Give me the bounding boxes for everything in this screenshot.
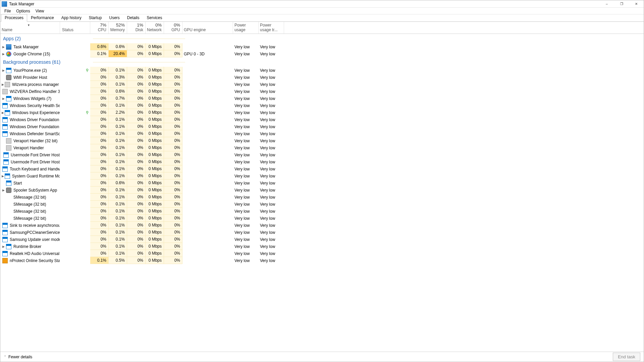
process-name: WMI Provider Host [13,75,47,80]
tab-app-history[interactable]: App history [58,14,85,22]
table-row[interactable]: SMessage (32 bit)0%0.1%0%0 Mbps0%Very lo… [0,208,644,215]
table-row[interactable]: WIZVERA Delfino Handler 3.6.8....0%0.6%0… [0,88,644,95]
group-apps[interactable]: Apps (2) [0,34,644,43]
cell-net: 0 Mbps [146,250,164,257]
table-row[interactable]: nProtect Online Security Starter ...0.1%… [0,257,644,264]
cell-gpu-engine [182,236,233,243]
table-row[interactable]: ▶Wizvera process manager servic...0%0.1%… [0,81,644,88]
close-button[interactable]: ✕ [629,0,644,8]
chevron-down-icon[interactable]: ▾ [28,23,30,27]
expand-icon[interactable]: ▶ [2,45,5,49]
cell-cpu: 0.6% [90,43,109,50]
cell-disk: 0% [127,172,146,179]
tab-processes[interactable]: Processes [1,14,27,22]
table-row[interactable]: Windows Defender SmartScreen0%0.1%0%0 Mb… [0,130,644,137]
expand-icon[interactable]: ▶ [2,83,4,86]
process-icon [6,75,11,80]
table-row[interactable]: ▶Task Manager0.6%0.6%0%0 Mbps0%Very lowV… [0,43,644,50]
table-row[interactable]: Usermode Font Driver Host0%0.1%0%0 Mbps0… [0,158,644,165]
cell-power-usage: Very low [233,222,259,229]
expand-icon[interactable]: ▶ [2,52,5,56]
table-row[interactable]: SMessage (32 bit)0%0.1%0%0 Mbps0%Very lo… [0,194,644,201]
col-header-cpu[interactable]: 7% CPU [90,22,109,34]
table-row[interactable]: Start0%0.6%0%0 Mbps0%Very lowVery low [0,179,644,187]
fewer-details-button[interactable]: ⌃ Fewer details [4,355,32,359]
minimize-button[interactable]: – [599,0,614,8]
table-row[interactable]: Touch Keyboard and Handwriti...0%0.1%0%0… [0,165,644,172]
table-row[interactable]: ▶Windows Widgets (7)0%0.7%0%0 Mbps0%Very… [0,95,644,102]
table-row[interactable]: WMI Provider Host0%0.3%0%0 Mbps0%Very lo… [0,74,644,81]
table-row[interactable]: ▶Spooler SubSystem App0%0.1%0%0 Mbps0%Ve… [0,187,644,194]
cell-cpu: 0.1% [90,257,109,264]
expand-icon[interactable]: ▶ [2,174,4,178]
menu-options[interactable]: Options [13,8,33,14]
tab-performance[interactable]: Performance [27,14,58,22]
cell-status: ⚲ [60,67,90,74]
cell-mem: 0.1% [109,236,127,243]
expand-icon[interactable]: ▶ [2,189,5,192]
table-row[interactable]: Veraport Handler (32 bit)0%0.1%0%0 Mbps0… [0,137,644,144]
tab-users[interactable]: Users [105,14,123,22]
tab-details[interactable]: Details [123,14,143,22]
table-row[interactable]: Windows Driver Foundation - U...0%0.1%0%… [0,123,644,130]
cell-power-usage: Very low [233,102,259,109]
col-header-name[interactable]: Name [0,22,60,34]
cell-power-usage: Very low [233,236,259,243]
table-row[interactable]: ▶System Guard Runtime Monitor...0%0.1%0%… [0,172,644,179]
table-row[interactable]: Samsung Update user mode wo...0%0.1%0%0 … [0,236,644,243]
table-row[interactable]: Usermode Font Driver Host0%0.1%0%0 Mbps0… [0,151,644,158]
network-label: Network [147,28,162,32]
table-row[interactable]: SMessage (32 bit)0%0.1%0%0 Mbps0%Very lo… [0,215,644,222]
table-row[interactable]: Windows Security Health Service0%0.1%0%0… [0,102,644,109]
tabbar: Processes Performance App history Startu… [0,14,644,22]
col-header-disk[interactable]: 1% Disk [127,22,146,34]
gpu-total: 0% [174,22,180,28]
col-header-memory[interactable]: 52% Memory [109,22,127,34]
table-row[interactable]: SMessage (32 bit)0%0.1%0%0 Mbps0%Very lo… [0,201,644,208]
cell-disk: 0% [127,130,146,137]
table-row[interactable]: ▶Windows Input Experience (4)⚲0%2.2%0%0 … [0,109,644,116]
cell-mem: 0.6% [109,88,127,95]
cell-power-usage: Very low [233,109,259,116]
cell-net: 0 Mbps [146,208,164,215]
group-background[interactable]: Background processes (61) [0,57,644,67]
cell-status [60,81,90,88]
col-header-network[interactable]: 0% Network [146,22,164,34]
tab-services[interactable]: Services [143,14,166,22]
cell-status [60,194,90,201]
cell-name: ▶YourPhone.exe (2) [0,67,60,74]
table-row[interactable]: Veraport Handler0%0.1%0%0 Mbps0%Very low… [0,144,644,151]
col-header-status[interactable]: Status [60,22,90,34]
cell-net: 0 Mbps [146,158,164,165]
expand-icon[interactable]: ▶ [2,111,4,114]
col-header-power-trend[interactable]: Power usage tr... [259,22,284,34]
cell-net: 0 Mbps [146,95,164,102]
cell-name: Realtek HD Audio Universal Serv... [0,250,60,257]
end-task-button[interactable]: End task [613,353,640,361]
menu-file[interactable]: File [2,8,13,14]
expand-icon[interactable]: ▶ [2,245,5,248]
table-row[interactable]: ▶Google Chrome (15)0.1%20.4%0%0 Mbps0%GP… [0,50,644,57]
chevron-up-icon: ⌃ [4,355,6,359]
cell-cpu: 0% [90,179,109,187]
table-row[interactable]: SamsungPCCleanerService (32 ...0%0.1%0%0… [0,229,644,236]
col-header-gpu-engine[interactable]: GPU engine [182,22,233,34]
col-header-gpu[interactable]: 0% GPU [164,22,182,34]
tab-startup[interactable]: Startup [85,14,106,22]
maximize-button[interactable]: ❐ [614,0,629,8]
group-bg-label: Background processes (61) [3,59,60,65]
cell-power-trend: Very low [259,151,284,158]
col-header-power[interactable]: Power usage [233,22,259,34]
process-grid[interactable]: ▾ Name Status 7% CPU 52% Memory 1% Disk … [0,22,644,352]
expand-icon[interactable]: ▶ [2,69,5,72]
table-row[interactable]: Sink to receive asynchronous ca...0%0.1%… [0,222,644,229]
table-row[interactable]: Realtek HD Audio Universal Serv...0%0.1%… [0,250,644,257]
cell-cpu: 0% [90,158,109,165]
table-row[interactable]: Windows Driver Foundation - U...0%0.1%0%… [0,116,644,123]
menu-view[interactable]: View [33,8,47,14]
process-icon [3,159,9,165]
table-row[interactable]: ▶Runtime Broker0%0.1%0%0 Mbps0%Very lowV… [0,243,644,250]
expand-icon[interactable]: ▶ [2,97,5,100]
cell-net: 0 Mbps [146,109,164,116]
table-row[interactable]: ▶YourPhone.exe (2)⚲0%0.1%0%0 Mbps0%Very … [0,67,644,74]
